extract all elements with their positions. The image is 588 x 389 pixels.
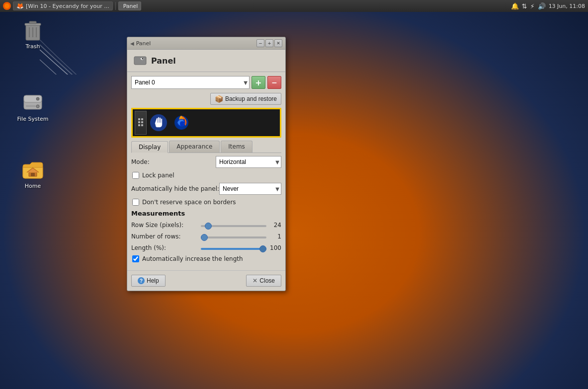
row-size-row: Row Size (pixels): 24 [131, 221, 281, 229]
taskbar-window1-label: [Win 10 - Eyecandy for your ... [26, 3, 109, 9]
backup-icon: 📦 [215, 95, 223, 103]
home-icon [21, 157, 45, 181]
backup-restore-row: 📦 Backup and restore [131, 93, 281, 105]
close-label: Close [259, 277, 275, 284]
titlebar-arrow[interactable]: ◀ [130, 41, 134, 46]
reserve-space-label[interactable]: Don't reserve space on borders [142, 199, 236, 206]
tab-items[interactable]: Items [221, 141, 252, 153]
mode-select-wrapper: Horizontal ▼ [216, 156, 281, 168]
row-size-value: 24 [266, 222, 281, 229]
row-size-label: Row Size (pixels): [131, 222, 201, 229]
help-label: Help [147, 277, 159, 284]
panel-selector-row: Panel 0 ▼ + − [131, 76, 281, 89]
length-label: Length (%): [131, 244, 201, 251]
dialog-header-title: Panel [151, 56, 176, 66]
svg-rect-5 [29, 21, 36, 24]
auto-hide-select-wrapper: Never ▼ [219, 183, 281, 195]
svg-rect-17 [138, 118, 140, 120]
auto-hide-row: Automatically hide the panel: Never ▼ [131, 183, 281, 195]
maximize-button[interactable]: + [265, 39, 273, 47]
panel-preview [131, 108, 281, 138]
reserve-space-row: Don't reserve space on borders [132, 199, 281, 206]
dialog-content: Panel 0 ▼ + − 📦 Backup and restore [127, 72, 285, 270]
close-icon: ✕ [252, 277, 257, 284]
lock-panel-row: Lock panel [132, 172, 281, 179]
panel-dropdown[interactable]: Panel 0 [131, 76, 250, 89]
app-menu-icon[interactable] [2, 1, 12, 11]
close-window-button[interactable]: ✕ [274, 39, 282, 47]
desktop-icon-filesystem[interactable]: File System [15, 90, 51, 122]
row-size-slider[interactable] [201, 225, 266, 227]
network-icon[interactable]: ⇅ [522, 2, 527, 10]
volume-icon[interactable]: 🔊 [538, 2, 546, 10]
svg-point-16 [142, 58, 144, 60]
svg-point-13 [36, 105, 39, 108]
add-panel-button[interactable]: + [252, 76, 265, 89]
backup-restore-label: Backup and restore [225, 95, 277, 102]
mode-label: Mode: [131, 158, 216, 165]
num-rows-label: Number of rows: [131, 233, 201, 240]
mode-select[interactable]: Horizontal [216, 156, 281, 168]
lock-panel-label[interactable]: Lock panel [142, 172, 174, 179]
tab-appearance[interactable]: Appearance [169, 141, 220, 153]
remove-panel-button[interactable]: − [267, 76, 281, 89]
svg-rect-15 [134, 57, 146, 65]
home-label: Home [25, 183, 41, 189]
taskbar-right: 🔔 ⇅ ⚡ 🔊 13 Jun, 11:08 [508, 2, 588, 10]
taskbar-window-firefox[interactable]: 🦊 [Win 10 - Eyecandy for your ... [13, 1, 113, 10]
svg-rect-20 [141, 121, 143, 123]
taskbar: 🦊 [Win 10 - Eyecandy for your ... Panel … [0, 0, 588, 12]
svg-point-11 [36, 97, 39, 100]
dialog-footer: ? Help ✕ Close [127, 270, 285, 291]
firefox-icon: 🦊 [16, 2, 24, 9]
trash-icon [21, 18, 45, 42]
auto-increase-label[interactable]: Automatically increase the length [142, 255, 243, 262]
tabs-row: Display Appearance Items [131, 141, 281, 153]
panel-dropdown-wrapper: Panel 0 ▼ [131, 76, 250, 89]
dialog-controls: − + ✕ [256, 39, 282, 47]
mode-row: Mode: Horizontal ▼ [131, 156, 281, 168]
auto-increase-row: Automatically increase the length [132, 255, 281, 262]
length-row: Length (%): 100 [131, 244, 281, 251]
desktop: 🦊 [Win 10 - Eyecandy for your ... Panel … [0, 0, 588, 389]
titlebar-title: Panel [136, 40, 151, 47]
num-rows-value: 1 [266, 233, 281, 240]
auto-hide-select[interactable]: Never [219, 183, 281, 195]
svg-rect-22 [141, 124, 143, 126]
desktop-icon-home[interactable]: Home [15, 157, 51, 189]
trash-label: Trash [25, 43, 40, 50]
auto-hide-label: Automatically hide the panel: [131, 185, 219, 192]
num-rows-row: Number of rows: 1 [131, 233, 281, 240]
length-slider[interactable] [201, 248, 266, 250]
num-rows-slider[interactable] [201, 236, 266, 238]
measurements-title: Measurements [131, 210, 281, 217]
dialog-header: Panel [127, 50, 285, 72]
backup-restore-button[interactable]: 📦 Backup and restore [210, 93, 281, 105]
dialog-titlebar: ◀ Panel − + ✕ [127, 37, 285, 50]
reserve-space-checkbox[interactable] [132, 199, 139, 206]
svg-rect-19 [138, 121, 140, 123]
preview-grid-handle [135, 111, 147, 135]
svg-point-2 [4, 3, 9, 8]
panel-header-icon [133, 54, 147, 68]
titlebar-left: ◀ Panel [130, 40, 151, 47]
minimize-button[interactable]: − [256, 39, 264, 47]
lock-panel-checkbox[interactable] [132, 172, 139, 179]
help-icon: ? [138, 277, 145, 284]
tab-display[interactable]: Display [131, 141, 168, 153]
power-icon[interactable]: ⚡ [530, 2, 534, 10]
svg-rect-12 [26, 105, 36, 107]
desktop-icon-trash[interactable]: Trash [15, 18, 51, 50]
notification-icon[interactable]: 🔔 [511, 2, 519, 10]
taskbar-window-panel[interactable]: Panel [118, 1, 142, 10]
num-rows-slider-wrapper [201, 233, 266, 240]
length-slider-wrapper [201, 244, 266, 251]
auto-increase-checkbox[interactable] [132, 255, 139, 262]
help-button[interactable]: ? Help [131, 275, 166, 287]
filesystem-icon [21, 90, 45, 114]
filesystem-label: File System [17, 116, 49, 122]
close-button[interactable]: ✕ Close [246, 275, 281, 287]
svg-rect-21 [138, 124, 140, 126]
taskbar-left: 🦊 [Win 10 - Eyecandy for your ... Panel [0, 1, 143, 11]
row-size-slider-wrapper [201, 221, 266, 229]
